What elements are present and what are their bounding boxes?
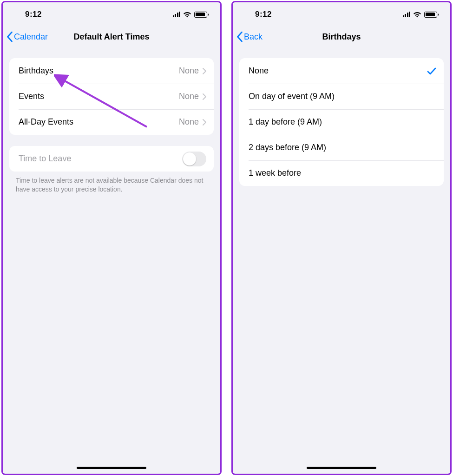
nav-bar: Back Birthdays (233, 26, 450, 47)
option-label: On day of event (9 AM) (249, 92, 436, 101)
option-label: 2 days before (9 AM) (249, 143, 436, 152)
page-title: Default Alert Times (3, 26, 220, 47)
nav-bar: Calendar Default Alert Times (3, 26, 220, 47)
alert-types-group: Birthdays None Events None All-Day Event… (9, 58, 214, 135)
birthday-alert-options: None On day of event (9 AM) 1 day before… (239, 58, 444, 186)
chevron-right-icon (203, 68, 206, 74)
footer-note: Time to leave alerts are not available b… (16, 176, 207, 194)
cellular-icon (403, 12, 411, 17)
chevron-right-icon (203, 93, 206, 100)
time-to-leave-group: Time to Leave (9, 146, 214, 172)
option-none[interactable]: None (239, 58, 444, 84)
page-title: Birthdays (233, 26, 450, 47)
row-label: Birthdays (19, 66, 179, 76)
checkmark-icon (427, 67, 436, 75)
screen-default-alert-times: 9:12 Calendar Default Alert Times Birthd… (1, 1, 222, 475)
home-indicator[interactable] (307, 467, 376, 469)
time-to-leave-toggle[interactable] (182, 152, 206, 166)
row-time-to-leave: Time to Leave (9, 146, 214, 172)
status-bar: 9:12 (233, 2, 450, 26)
row-value: None (179, 66, 199, 76)
row-value: None (179, 117, 199, 127)
status-time: 9:12 (255, 10, 272, 19)
chevron-right-icon (203, 119, 206, 126)
row-birthdays[interactable]: Birthdays None (9, 58, 214, 84)
status-bar: 9:12 (3, 2, 220, 26)
home-indicator[interactable] (77, 467, 146, 469)
option-1-week-before[interactable]: 1 week before (239, 160, 444, 186)
wifi-icon (413, 12, 421, 18)
screen-birthdays-options: 9:12 Back Birthdays None On day of (231, 1, 452, 475)
option-on-day[interactable]: On day of event (9 AM) (239, 84, 444, 109)
row-value: None (179, 92, 199, 101)
row-events[interactable]: Events None (9, 84, 214, 109)
option-label: 1 week before (249, 168, 436, 178)
status-time: 9:12 (25, 10, 42, 19)
option-2-days-before[interactable]: 2 days before (9 AM) (239, 135, 444, 160)
battery-icon (424, 12, 437, 18)
row-all-day-events[interactable]: All-Day Events None (9, 109, 214, 135)
row-label: All-Day Events (19, 117, 179, 127)
row-label: Events (19, 92, 179, 101)
option-label: None (249, 66, 427, 76)
option-1-day-before[interactable]: 1 day before (9 AM) (239, 109, 444, 135)
row-label: Time to Leave (19, 154, 182, 164)
option-label: 1 day before (9 AM) (249, 117, 436, 127)
cellular-icon (173, 12, 181, 17)
wifi-icon (183, 12, 191, 18)
battery-icon (194, 12, 207, 18)
